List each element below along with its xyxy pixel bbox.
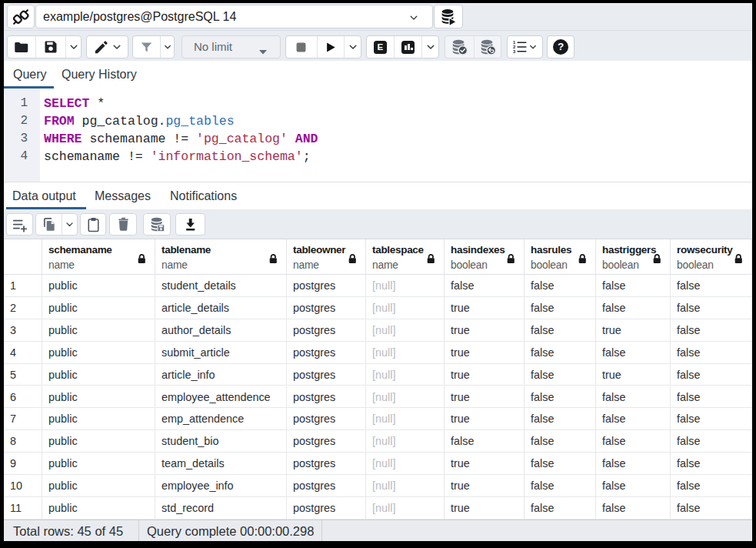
svg-text:3: 3 <box>513 49 515 54</box>
